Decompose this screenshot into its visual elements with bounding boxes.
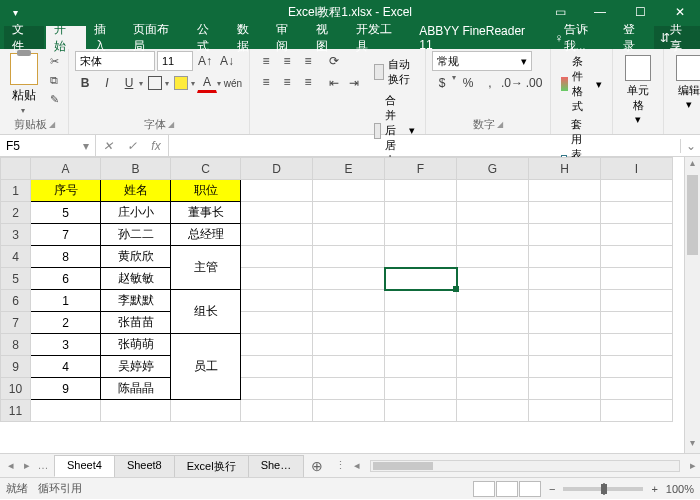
col-header-E[interactable]: E [313, 158, 385, 180]
row-header-6[interactable]: 6 [1, 290, 31, 312]
fx-button[interactable]: fx [144, 135, 168, 157]
cell[interactable] [601, 202, 673, 224]
cell[interactable] [601, 334, 673, 356]
cell[interactable]: 员工 [171, 334, 241, 400]
tab-insert[interactable]: 插入 [86, 26, 126, 49]
cell[interactable] [385, 356, 457, 378]
phonetic-button[interactable]: wén [223, 73, 243, 93]
table-header-cell[interactable]: 职位 [171, 180, 241, 202]
cell[interactable] [385, 246, 457, 268]
cell[interactable] [601, 246, 673, 268]
cell[interactable] [529, 356, 601, 378]
dialog-launcher-icon[interactable]: ◢ [497, 120, 503, 129]
name-box[interactable]: F5▾ [0, 135, 96, 156]
cell[interactable] [601, 224, 673, 246]
zoom-in-button[interactable]: + [651, 483, 657, 495]
cell[interactable] [313, 224, 385, 246]
wrap-text-button[interactable]: 自动换行 [370, 55, 419, 89]
tab-file[interactable]: 文件 [4, 26, 44, 49]
cell[interactable] [601, 400, 673, 422]
sheet-tab[interactable]: She… [248, 455, 305, 477]
table-header-cell[interactable]: 序号 [31, 180, 101, 202]
cell[interactable]: 6 [31, 268, 101, 290]
maximize-button[interactable]: ☐ [620, 0, 660, 24]
cell[interactable] [241, 246, 313, 268]
cell[interactable] [529, 334, 601, 356]
bold-button[interactable]: B [75, 73, 95, 93]
cell[interactable] [313, 356, 385, 378]
tab-formulas[interactable]: 公式 [189, 26, 229, 49]
cell[interactable] [601, 268, 673, 290]
cell[interactable]: 组长 [171, 290, 241, 334]
cell[interactable] [457, 202, 529, 224]
cell[interactable] [385, 312, 457, 334]
cell[interactable] [241, 268, 313, 290]
row-header-11[interactable]: 11 [1, 400, 31, 422]
cell[interactable] [601, 180, 673, 202]
cell[interactable] [313, 246, 385, 268]
tab-developer[interactable]: 开发工具 [348, 26, 412, 49]
fill-color-button[interactable] [171, 73, 191, 93]
borders-button[interactable] [145, 73, 165, 93]
col-header-D[interactable]: D [241, 158, 313, 180]
col-header-A[interactable]: A [31, 158, 101, 180]
col-header-I[interactable]: I [601, 158, 673, 180]
row-header-7[interactable]: 7 [1, 312, 31, 334]
cell[interactable]: 孙二二 [101, 224, 171, 246]
cancel-formula-button[interactable]: ✕ [96, 135, 120, 157]
align-left-button[interactable]: ≡ [256, 72, 276, 92]
font-color-button[interactable]: A [197, 73, 217, 93]
add-sheet-button[interactable]: ⊕ [303, 458, 331, 474]
vertical-scrollbar[interactable]: ▴ ▾ [684, 157, 700, 453]
col-header-F[interactable]: F [385, 158, 457, 180]
share-button[interactable]: ⇵ 共享 [654, 26, 700, 49]
cell[interactable] [529, 246, 601, 268]
font-name-combo[interactable]: 宋体 [75, 51, 155, 71]
enter-formula-button[interactable]: ✓ [120, 135, 144, 157]
sheet-tab[interactable]: Sheet8 [114, 455, 175, 477]
zoom-level[interactable]: 100% [666, 483, 694, 495]
cell[interactable]: 8 [31, 246, 101, 268]
cell[interactable] [529, 202, 601, 224]
dialog-launcher-icon[interactable]: ◢ [49, 120, 55, 129]
sheet-tab[interactable]: Excel换行 [174, 455, 249, 477]
editing-button[interactable]: 编辑▾ [670, 51, 700, 115]
cell[interactable] [241, 356, 313, 378]
select-all-corner[interactable] [1, 158, 31, 180]
cell[interactable] [529, 224, 601, 246]
underline-button[interactable]: U [119, 73, 139, 93]
cell[interactable] [457, 246, 529, 268]
cell[interactable] [241, 312, 313, 334]
scroll-down-icon[interactable]: ▾ [685, 437, 700, 453]
row-header-9[interactable]: 9 [1, 356, 31, 378]
horizontal-scrollbar[interactable] [370, 460, 680, 472]
cell[interactable] [171, 400, 241, 422]
cell[interactable]: 张萌萌 [101, 334, 171, 356]
cell[interactable]: 3 [31, 334, 101, 356]
cell[interactable] [457, 312, 529, 334]
col-header-C[interactable]: C [171, 158, 241, 180]
cell[interactable] [385, 268, 457, 290]
cell[interactable]: 主管 [171, 246, 241, 290]
sheet-nav-more[interactable]: … [36, 459, 50, 472]
minimize-button[interactable]: — [580, 0, 620, 24]
close-button[interactable]: ✕ [660, 0, 700, 24]
col-header-H[interactable]: H [529, 158, 601, 180]
cell[interactable] [457, 268, 529, 290]
cut-button[interactable]: ✂ [46, 53, 62, 69]
cell[interactable] [313, 400, 385, 422]
percent-button[interactable]: % [458, 73, 478, 93]
paste-button[interactable]: 粘贴 ▾ [6, 51, 42, 117]
expand-formula-bar-button[interactable]: ⌄ [680, 139, 700, 153]
app-menu-icon[interactable]: ▾ [6, 3, 24, 21]
ribbon-options-icon[interactable]: ▭ [540, 0, 580, 24]
worksheet-grid[interactable]: ABCDEFGHI1序号姓名职位25庄小小董事长37孙二二总经理48黄欣欣主管5… [0, 157, 700, 453]
cell[interactable] [457, 400, 529, 422]
hscroll-thumb[interactable] [373, 462, 433, 470]
cell[interactable] [241, 400, 313, 422]
row-header-8[interactable]: 8 [1, 334, 31, 356]
cell[interactable] [31, 400, 101, 422]
col-header-B[interactable]: B [101, 158, 171, 180]
cell[interactable] [385, 202, 457, 224]
cell[interactable] [457, 180, 529, 202]
